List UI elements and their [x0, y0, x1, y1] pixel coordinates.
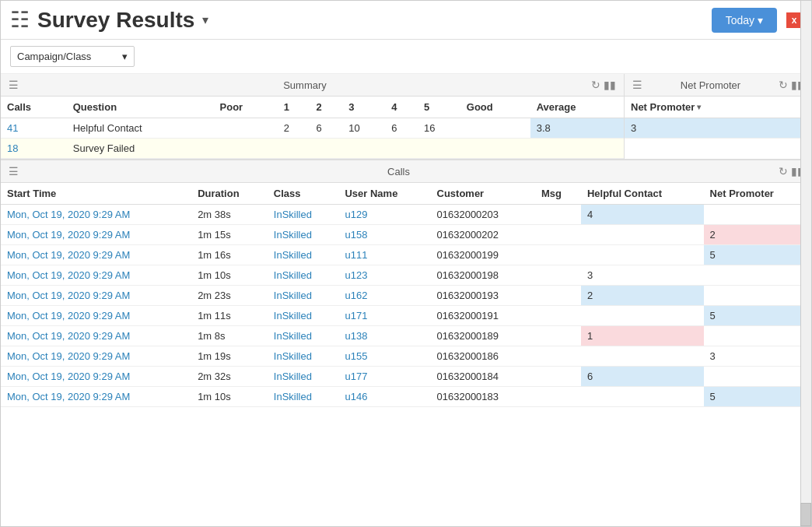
calls-helpful-cell: [581, 225, 704, 245]
calls-duration-cell: 1m 10s: [191, 387, 268, 407]
calls-customer-cell: 01632000203: [431, 205, 535, 225]
calls-start-time-cell[interactable]: Mon, Oct 19, 2020 9:29 AM: [1, 245, 191, 265]
calls-customer-cell: 01632000191: [431, 306, 535, 326]
col-msg: Msg: [535, 183, 581, 205]
calls-user-cell[interactable]: u146: [338, 387, 430, 407]
net-promoter-refresh-icon[interactable]: ↻: [779, 79, 788, 91]
summary-panel-icons: ↻ ▮▮: [591, 79, 616, 91]
calls-refresh-icon[interactable]: ↻: [779, 165, 788, 177]
summary-average-cell: 3.8: [530, 118, 624, 139]
calls-helpful-cell: 3: [581, 265, 704, 286]
calls-start-time-cell[interactable]: Mon, Oct 19, 2020 9:29 AM: [1, 286, 191, 306]
col-3: 3: [342, 97, 385, 118]
calls-duration-cell: 1m 11s: [191, 306, 268, 326]
calls-msg-cell: [535, 326, 581, 346]
calls-net-promoter-cell: 5: [704, 387, 811, 407]
calls-helpful-cell: 1: [581, 326, 704, 346]
summary-calls-cell[interactable]: 41: [1, 118, 67, 139]
calls-msg-cell: [535, 265, 581, 286]
calls-start-time-cell[interactable]: Mon, Oct 19, 2020 9:29 AM: [1, 367, 191, 387]
summary-c4-cell: [385, 139, 418, 159]
calls-start-time-cell[interactable]: Mon, Oct 19, 2020 9:29 AM: [1, 265, 191, 286]
col-net-promoter: Net Promoter ▾: [625, 97, 811, 118]
net-promoter-panel-title: Net Promoter: [642, 79, 779, 91]
list-icon: ☷: [10, 7, 30, 33]
calls-user-cell[interactable]: u123: [338, 265, 430, 286]
scrollbar-thumb[interactable]: [800, 503, 811, 526]
summary-refresh-icon[interactable]: ↻: [591, 79, 600, 91]
calls-row: Mon, Oct 19, 2020 9:29 AM1m 16sInSkilled…: [1, 245, 811, 265]
calls-start-time-cell[interactable]: Mon, Oct 19, 2020 9:29 AM: [1, 346, 191, 367]
summary-c5-cell: [418, 139, 460, 159]
summary-c2-cell: [310, 139, 342, 159]
close-button[interactable]: x: [786, 12, 802, 28]
calls-start-time-cell[interactable]: Mon, Oct 19, 2020 9:29 AM: [1, 387, 191, 407]
calls-duration-cell: 1m 8s: [191, 326, 268, 346]
campaign-class-select[interactable]: Campaign/Class ▾: [10, 46, 135, 67]
calls-start-time-cell[interactable]: Mon, Oct 19, 2020 9:29 AM: [1, 306, 191, 326]
calls-helpful-cell: 2: [581, 286, 704, 306]
net-promoter-header-row: Net Promoter ▾: [625, 97, 811, 118]
calls-net-promoter-cell: 3: [704, 346, 811, 367]
summary-panel-header: ☰ Summary ↻ ▮▮: [1, 74, 624, 97]
calls-class-cell[interactable]: InSkilled: [268, 306, 339, 326]
calls-user-cell[interactable]: u171: [338, 306, 430, 326]
window-header: ☷ Survey Results ▾ Today ▾ x: [1, 1, 811, 40]
calls-duration-cell: 1m 19s: [191, 346, 268, 367]
col-question: Question: [67, 97, 214, 118]
calls-class-cell[interactable]: InSkilled: [268, 265, 339, 286]
col-good: Good: [460, 97, 530, 118]
calls-customer-cell: 01632000184: [431, 367, 535, 387]
net-promoter-sort-arrow[interactable]: ▾: [697, 103, 701, 111]
net-promoter-panel: ☰ Net Promoter ↻ ▮▮ Net Promoter ▾: [625, 74, 811, 159]
calls-user-cell[interactable]: u158: [338, 225, 430, 245]
calls-header-row: Start Time Duration Class User Name Cust…: [1, 183, 811, 205]
calls-net-promoter-cell: [704, 205, 811, 225]
calls-panel-title: Calls: [19, 166, 779, 177]
net-promoter-menu-icon[interactable]: ☰: [632, 79, 642, 91]
calls-helpful-cell: [581, 306, 704, 326]
summary-c5-cell: 16: [418, 118, 460, 139]
calls-customer-cell: 01632000199: [431, 245, 535, 265]
calls-user-cell[interactable]: u129: [338, 205, 430, 225]
calls-class-cell[interactable]: InSkilled: [268, 387, 339, 407]
calls-start-time-cell[interactable]: Mon, Oct 19, 2020 9:29 AM: [1, 326, 191, 346]
title-dropdown-arrow[interactable]: ▾: [202, 12, 208, 27]
summary-calls-cell[interactable]: 18: [1, 139, 67, 159]
calls-user-cell[interactable]: u177: [338, 367, 430, 387]
summary-panel: ☰ Summary ↻ ▮▮ Calls Question Poor 1 2 3: [1, 74, 625, 159]
summary-menu-icon[interactable]: ☰: [9, 79, 19, 91]
calls-net-promoter-cell: 2: [704, 225, 811, 245]
calls-start-time-cell[interactable]: Mon, Oct 19, 2020 9:29 AM: [1, 205, 191, 225]
calls-duration-cell: 2m 32s: [191, 367, 268, 387]
calls-class-cell[interactable]: InSkilled: [268, 367, 339, 387]
scrollbar-track[interactable]: [800, 1, 811, 526]
net-promoter-row: 3: [625, 118, 811, 139]
calls-user-cell[interactable]: u111: [338, 245, 430, 265]
calls-menu-icon[interactable]: ☰: [9, 165, 19, 177]
calls-class-cell[interactable]: InSkilled: [268, 346, 339, 367]
summary-panel-title: Summary: [19, 79, 591, 91]
calls-user-cell[interactable]: u138: [338, 326, 430, 346]
campaign-select-label: Campaign/Class: [17, 51, 91, 62]
calls-helpful-cell: [581, 387, 704, 407]
page-title: Survey Results: [37, 8, 194, 33]
calls-class-cell[interactable]: InSkilled: [268, 205, 339, 225]
calls-user-cell[interactable]: u155: [338, 346, 430, 367]
summary-c1-cell: [278, 139, 310, 159]
net-promoter-value-cell: 3: [625, 118, 811, 139]
today-button[interactable]: Today ▾: [712, 8, 777, 33]
calls-msg-cell: [535, 306, 581, 326]
top-panels: ☰ Summary ↻ ▮▮ Calls Question Poor 1 2 3: [1, 74, 811, 160]
calls-customer-cell: 01632000202: [431, 225, 535, 245]
calls-class-cell[interactable]: InSkilled: [268, 286, 339, 306]
col-start-time: Start Time: [1, 183, 191, 205]
calls-user-cell[interactable]: u162: [338, 286, 430, 306]
calls-class-cell[interactable]: InSkilled: [268, 245, 339, 265]
calls-start-time-cell[interactable]: Mon, Oct 19, 2020 9:29 AM: [1, 225, 191, 245]
summary-average-cell: [530, 139, 624, 159]
summary-chart-icon[interactable]: ▮▮: [604, 79, 616, 91]
summary-question-cell: Helpful Contact: [67, 118, 214, 139]
calls-class-cell[interactable]: InSkilled: [268, 225, 339, 245]
calls-class-cell[interactable]: InSkilled: [268, 326, 339, 346]
